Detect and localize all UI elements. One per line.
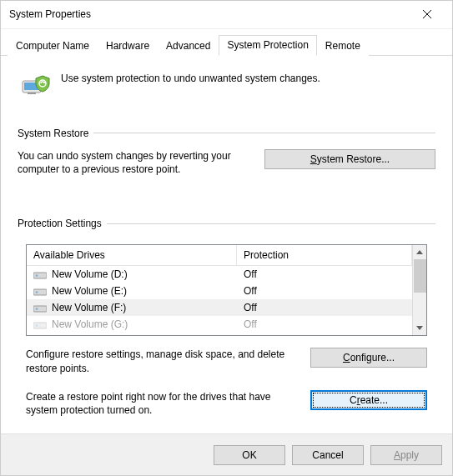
- svg-point-14: [36, 324, 38, 327]
- drive-row[interactable]: New Volume (G:) Off: [27, 316, 412, 333]
- drive-name: New Volume (G:): [52, 318, 128, 330]
- tab-label: Hardware: [106, 40, 149, 52]
- column-protection[interactable]: Protection: [237, 245, 412, 265]
- svg-point-8: [36, 274, 38, 277]
- svg-rect-4: [28, 93, 36, 94]
- cancel-button[interactable]: Cancel: [292, 445, 364, 465]
- apply-button[interactable]: Apply: [370, 445, 442, 465]
- system-restore-legend: System Restore: [18, 128, 93, 139]
- svg-point-12: [36, 308, 38, 310]
- svg-marker-16: [416, 326, 423, 330]
- svg-rect-13: [33, 323, 47, 328]
- scroll-up-icon[interactable]: [413, 245, 427, 259]
- drive-name: New Volume (F:): [52, 302, 126, 313]
- system-protection-icon: [18, 69, 51, 103]
- tab-system-protection[interactable]: System Protection: [219, 35, 316, 56]
- tab-remote[interactable]: Remote: [317, 36, 369, 56]
- drive-row[interactable]: New Volume (D:) Off: [27, 266, 412, 283]
- scroll-down-icon[interactable]: [413, 321, 427, 335]
- intro-text: Use system protection to undo unwanted s…: [61, 69, 320, 84]
- tab-hardware[interactable]: Hardware: [98, 36, 158, 56]
- tab-computer-name[interactable]: Computer Name: [8, 36, 98, 56]
- column-available-drives[interactable]: Available Drives: [27, 245, 237, 265]
- system-restore-text: You can undo system changes by reverting…: [18, 149, 251, 176]
- tab-label: System Protection: [227, 39, 308, 51]
- protection-settings-group: Protection Settings Available Drives Pro…: [18, 218, 435, 425]
- ok-button[interactable]: OK: [214, 445, 285, 465]
- drives-list: Available Drives Protection New Volume (…: [26, 244, 427, 336]
- dialog-footer: OK Cancel Apply: [1, 433, 452, 475]
- drive-status: Off: [244, 318, 257, 330]
- drive-icon: [33, 319, 47, 329]
- drive-status: Off: [244, 302, 257, 313]
- tab-label: Advanced: [166, 40, 210, 52]
- drive-status: Off: [244, 285, 257, 297]
- drive-row[interactable]: New Volume (F:) Off: [27, 299, 412, 316]
- titlebar: System Properties: [1, 1, 452, 29]
- drive-name: New Volume (E:): [52, 285, 127, 297]
- svg-marker-15: [416, 250, 423, 254]
- window: System Properties Computer Name Hardware…: [0, 0, 453, 476]
- intro-row: Use system protection to undo unwanted s…: [18, 69, 435, 103]
- tab-label: Computer Name: [16, 40, 89, 52]
- close-button[interactable]: [408, 3, 445, 26]
- drive-row[interactable]: New Volume (E:) Off: [27, 283, 412, 299]
- close-icon: [423, 10, 431, 18]
- configure-text: Configure restore settings, manage disk …: [26, 348, 297, 374]
- drive-status: Off: [244, 268, 257, 280]
- drive-icon: [33, 303, 47, 313]
- drives-table: Available Drives Protection New Volume (…: [27, 245, 412, 335]
- drive-icon: [33, 286, 47, 296]
- drives-body: New Volume (D:) Off New Volume (E:) Off: [27, 266, 412, 335]
- drives-header: Available Drives Protection: [27, 245, 412, 266]
- drive-name: New Volume (D:): [52, 268, 128, 280]
- create-text: Create a restore point right now for the…: [26, 390, 297, 417]
- svg-rect-9: [33, 289, 47, 295]
- create-button[interactable]: Create...: [310, 390, 427, 410]
- tab-advanced[interactable]: Advanced: [158, 36, 219, 56]
- scroll-thumb[interactable]: [414, 259, 426, 293]
- svg-rect-7: [33, 273, 47, 278]
- tab-strip: Computer Name Hardware Advanced System P…: [1, 29, 452, 56]
- drives-scrollbar[interactable]: [412, 245, 426, 335]
- protection-settings-legend: Protection Settings: [18, 218, 107, 229]
- tab-label: Remote: [325, 40, 360, 52]
- tab-panel: Use system protection to undo unwanted s…: [1, 56, 452, 433]
- window-title: System Properties: [9, 8, 408, 20]
- svg-point-10: [36, 291, 38, 293]
- system-restore-button[interactable]: System Restore...: [264, 149, 435, 169]
- configure-button[interactable]: Configure...: [310, 348, 427, 368]
- svg-rect-11: [33, 306, 47, 312]
- system-restore-group: System Restore You can undo system chang…: [18, 128, 435, 181]
- drive-icon: [33, 269, 47, 279]
